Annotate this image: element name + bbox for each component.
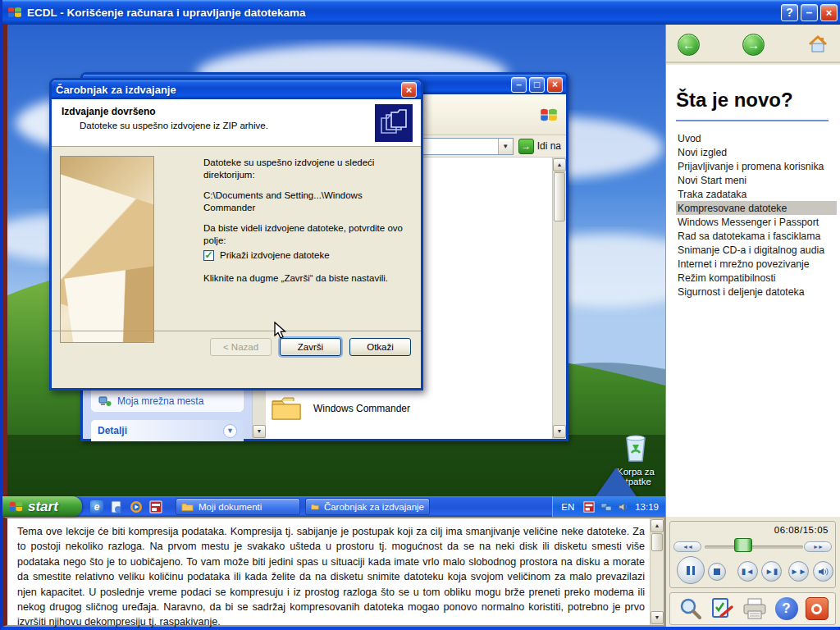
cancel-button[interactable]: Otkaži	[349, 338, 411, 356]
address-dropdown-icon[interactable]: ▼	[498, 139, 513, 154]
taskbar-clock[interactable]: 13:19	[635, 502, 659, 512]
taskpane-details-header[interactable]: Detalji ▼	[91, 420, 244, 441]
scroll-down-icon[interactable]: ▼	[253, 425, 266, 438]
tray-volume-icon[interactable]	[618, 501, 629, 513]
sidebar-item-messenger[interactable]: Windows Messenger i Passport	[676, 215, 837, 229]
sidebar-item-sigurnost[interactable]: Sigurnost i deljenje datoteka	[676, 285, 837, 299]
tray-network-icon[interactable]	[600, 501, 612, 513]
fast-forward-icon: ►►	[791, 568, 807, 576]
home-icon[interactable]	[807, 34, 829, 55]
taskpane-item-label: Moja mrežna mesta	[117, 395, 203, 407]
sidebar-item-internet[interactable]: Internet i mrežno povezivanje	[676, 257, 837, 271]
task-label: Čarobnjak za izdvajanje	[324, 502, 424, 512]
media-player-panel: 06:08/15:05 ◄◄ ►► ▮◄ ►▮ ►►	[669, 521, 836, 588]
anima-logo: ANIMA	[568, 468, 663, 496]
dialog-buttons: < Nazad Završi Otkaži	[52, 331, 421, 362]
mouse-cursor	[273, 322, 290, 340]
pause-icon	[687, 566, 695, 575]
course-sidebar: ← → Šta je novo? Uvod Novi izgled Prijav…	[665, 25, 840, 517]
stop-button[interactable]	[708, 563, 726, 581]
finish-button[interactable]: Završi	[280, 338, 341, 356]
pause-button[interactable]	[677, 556, 705, 584]
start-windows-icon	[9, 500, 23, 514]
taskbar-task-wizard[interactable]: Čarobnjak za izdvajanje	[305, 498, 430, 515]
scrollbar-thumb[interactable]	[554, 172, 565, 221]
taskpane-item-network[interactable]: Moja mrežna mesta	[92, 391, 243, 411]
network-places-icon	[98, 395, 112, 407]
scrollbar-thumb[interactable]	[651, 533, 663, 551]
next-icon: ►▮	[765, 568, 778, 576]
tray-movie-icon[interactable]	[583, 501, 595, 513]
volume-button[interactable]	[813, 561, 833, 582]
next-button[interactable]: ►▮	[761, 561, 782, 582]
sidebar-item-uvod[interactable]: Uvod	[676, 131, 837, 145]
quick-launch: e	[82, 500, 171, 514]
sidebar-item-novi-start-meni[interactable]: Novi Start meni	[676, 173, 837, 187]
collapse-chevron-icon[interactable]: ▼	[223, 424, 237, 438]
app-titlebar: ECDL - Korišćenje računara i upravljanje…	[2, 0, 840, 25]
rewind-button[interactable]: ◄◄	[673, 541, 701, 552]
sidebar-heading: Šta je novo?	[676, 89, 840, 112]
whats-new-panel: Šta je novo? Uvod Novi izgled Prijavljiv…	[666, 65, 840, 517]
lesson-scrollbar[interactable]: ▲ ▼	[650, 518, 664, 625]
language-indicator[interactable]: EN	[561, 502, 574, 512]
sidebar-item-kompatibilnost[interactable]: Režim kompatibilnosti	[676, 271, 837, 285]
start-button[interactable]: start	[2, 496, 82, 517]
wizard-watermark-image	[60, 156, 154, 343]
zoom-tool-icon[interactable]	[678, 596, 702, 621]
app-close-button[interactable]: ×	[820, 4, 838, 21]
app-minimize-button[interactable]: –	[801, 4, 818, 21]
sidebar-item-novi-izgled[interactable]: Novi izgled	[676, 145, 837, 159]
notes-tool-icon[interactable]	[710, 596, 734, 621]
taskbar-task-documents[interactable]: Moji dokumenti	[176, 498, 300, 515]
explorer-close-button[interactable]: ×	[547, 77, 563, 93]
volume-icon	[818, 567, 829, 577]
media-player-icon[interactable]	[130, 500, 143, 514]
sidebar-item-rad-sa-datotekama[interactable]: Rad sa datotekama i fasciklama	[676, 229, 837, 243]
scroll-down-icon[interactable]: ▼	[651, 611, 664, 624]
course-navbar: ← →	[666, 27, 840, 63]
heading-underline	[676, 120, 829, 121]
dialog-title: Čarobnjak za izdvajanje	[56, 84, 176, 96]
folder-item[interactable]: Windows Commander	[271, 395, 410, 422]
sidebar-item-traka-zadataka[interactable]: Traka zadataka	[676, 187, 837, 201]
sidebar-item-snimanje-cd[interactable]: Snimanje CD-a i digitalnog audia	[676, 243, 837, 257]
back-button[interactable]: < Nazad	[210, 338, 272, 356]
system-tray: EN 13:19	[552, 496, 665, 517]
back-nav-icon[interactable]: ←	[678, 34, 700, 56]
go-arrow-icon: →	[518, 139, 534, 154]
fast-forward-pill-button[interactable]: ►►	[804, 541, 832, 552]
scroll-down-icon[interactable]: ▼	[553, 425, 566, 438]
scroll-up-icon[interactable]: ▲	[651, 519, 664, 532]
sidebar-item-prijavljivanje[interactable]: Prijavljivanje i promena korisnika	[676, 159, 837, 173]
explorer-maximize-button[interactable]: □	[529, 77, 545, 93]
dialog-close-button[interactable]: ×	[401, 82, 417, 98]
print-tool-icon[interactable]	[742, 596, 768, 621]
help-tool-icon[interactable]: ?	[775, 597, 798, 620]
dialog-titlebar: Čarobnjak za izdvajanje ×	[52, 80, 421, 99]
internet-explorer-icon[interactable]: e	[90, 500, 103, 514]
fast-forward-button[interactable]: ►►	[788, 561, 809, 582]
movie-app-icon[interactable]	[149, 500, 162, 514]
checkbox-checked-icon[interactable]: ✓	[203, 250, 214, 261]
app-help-button[interactable]: ?	[781, 4, 798, 21]
scroll-up-icon[interactable]: ▲	[553, 158, 566, 171]
seek-track[interactable]	[705, 546, 803, 549]
dialog-line3: Kliknite na dugme „Završi“ da biste nast…	[203, 272, 415, 285]
show-files-checkbox-row[interactable]: ✓ Prikaži izdvojene datoteke	[203, 250, 415, 261]
seek-thumb[interactable]	[734, 538, 752, 552]
previous-icon: ▮◄	[742, 568, 754, 576]
explorer-quicklaunch-icon[interactable]	[110, 500, 123, 514]
anima-triangle-icon	[580, 468, 652, 496]
stop-icon	[714, 568, 720, 575]
go-button[interactable]: → Idi na	[518, 139, 561, 154]
sidebar-item-kompresovane-datoteke[interactable]: Kompresovane datoteke	[676, 201, 837, 215]
exit-power-icon[interactable]	[806, 597, 829, 620]
recycle-bin-icon	[622, 433, 650, 463]
playback-time: 06:08/15:05	[774, 525, 829, 535]
explorer-minimize-button[interactable]: –	[511, 77, 527, 93]
forward-nav-icon[interactable]: →	[742, 34, 765, 56]
dialog-path: C:\Documents and Setting...\Windows Comm…	[203, 189, 415, 214]
previous-button[interactable]: ▮◄	[737, 561, 758, 582]
explorer-scrollbar[interactable]: ▲ ▼	[552, 158, 566, 439]
